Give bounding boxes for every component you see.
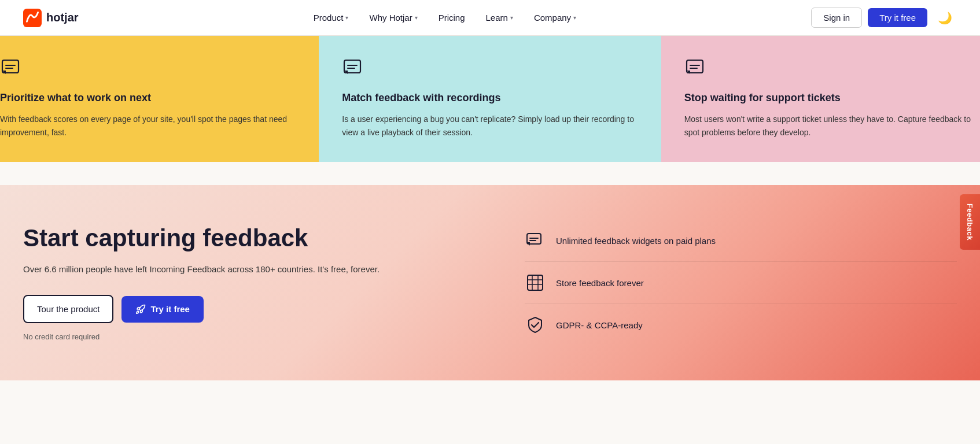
logo[interactable]: hotjar — [23, 9, 79, 27]
cta-section: Start capturing feedback Over 6.6 millio… — [0, 185, 980, 380]
store-icon — [525, 272, 546, 293]
feature-gdpr: GDPR- & CCPA-ready — [525, 304, 957, 346]
feature-text: Unlimited feedback widgets on paid plans — [556, 236, 716, 246]
signin-button[interactable]: Sign in — [811, 8, 862, 28]
support-icon — [684, 57, 708, 80]
chevron-down-icon: ▾ — [345, 14, 348, 21]
feedback-recordings-icon — [342, 57, 365, 80]
card-title: Prioritize what to work on next — [0, 91, 296, 105]
card-title: Stop waiting for support tickets — [684, 91, 980, 105]
no-credit-card-text: No credit card required — [23, 332, 478, 341]
logo-text: hotjar — [46, 11, 79, 24]
feature-store: Store feedback forever — [525, 262, 957, 304]
nav-why-hotjar[interactable]: Why Hotjar ▾ — [361, 8, 425, 27]
dark-mode-button[interactable]: 🌙 — [933, 9, 957, 27]
cta-buttons: Tour the product Try it free — [23, 295, 478, 323]
feedback-icon — [0, 57, 23, 80]
shield-check-icon — [525, 314, 546, 335]
card-prioritize: Prioritize what to work on next With fee… — [0, 36, 319, 162]
svg-rect-13 — [528, 275, 543, 290]
nav-pricing[interactable]: Pricing — [430, 8, 473, 27]
chevron-down-icon: ▾ — [573, 14, 576, 21]
nav-company[interactable]: Company ▾ — [526, 8, 584, 27]
cta-features: Unlimited feedback widgets on paid plans… — [502, 220, 957, 346]
tour-product-button[interactable]: Tour the product — [23, 295, 113, 323]
rocket-icon — [135, 304, 146, 314]
card-desc: With feedback scores on every page of yo… — [0, 113, 296, 139]
nav-learn[interactable]: Learn ▾ — [478, 8, 521, 27]
nav-links: Product ▾ Why Hotjar ▾ Pricing Learn ▾ C… — [305, 8, 584, 27]
cta-desc: Over 6.6 million people have left Incomi… — [23, 262, 478, 276]
cta-left: Start capturing feedback Over 6.6 millio… — [23, 224, 478, 341]
svg-rect-0 — [23, 9, 42, 27]
card-stop-waiting: Stop waiting for support tickets Most us… — [661, 36, 980, 162]
feature-cards: Prioritize what to work on next With fee… — [0, 36, 980, 185]
nav-actions: Sign in Try it free 🌙 — [811, 8, 957, 28]
card-desc: Most users won't write a support ticket … — [684, 113, 980, 139]
feature-text: Store feedback forever — [556, 278, 644, 288]
chevron-down-icon: ▾ — [415, 14, 418, 21]
cta-title: Start capturing feedback — [23, 224, 478, 252]
feature-text: GDPR- & CCPA-ready — [556, 320, 643, 330]
feature-unlimited: Unlimited feedback widgets on paid plans — [525, 220, 957, 262]
navbar: hotjar Product ▾ Why Hotjar ▾ Pricing Le… — [0, 0, 980, 36]
try-free-button[interactable]: Try it free — [121, 296, 204, 323]
chevron-down-icon: ▾ — [510, 14, 513, 21]
try-it-free-button[interactable]: Try it free — [868, 8, 927, 27]
feedback-widget-icon — [525, 230, 546, 251]
nav-product[interactable]: Product ▾ — [305, 8, 357, 27]
feedback-side-tab[interactable]: Feedback — [960, 194, 980, 250]
card-desc: Is a user experiencing a bug you can't r… — [342, 113, 638, 139]
card-match-feedback: Match feedback with recordings Is a user… — [319, 36, 661, 162]
card-title: Match feedback with recordings — [342, 91, 638, 105]
